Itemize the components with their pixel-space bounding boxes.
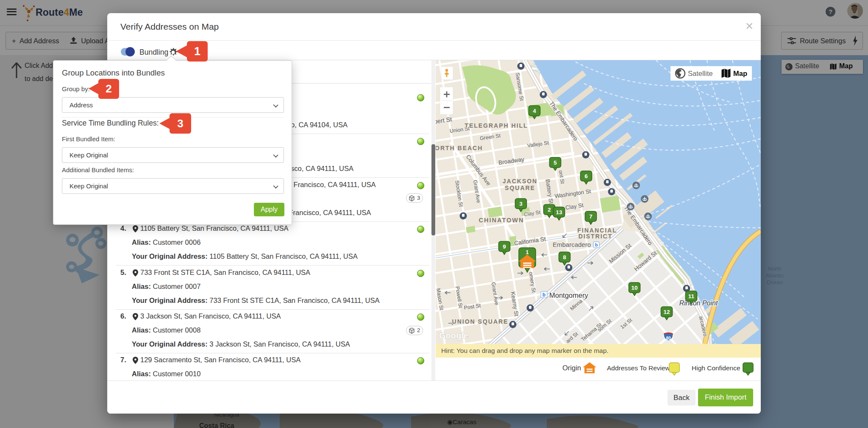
svg-text:DISTRICT: DISTRICT [579,233,613,240]
svg-text:1: 1 [526,249,529,255]
svg-text:Embarcadero: Embarcadero [553,241,591,248]
svg-text:9: 9 [503,243,506,250]
svg-text:12: 12 [663,309,670,315]
svg-text:13: 13 [556,209,562,215]
svg-text:2: 2 [548,207,551,213]
svg-text:5: 5 [554,159,557,166]
svg-text:CHINATOWN: CHINATOWN [479,217,524,224]
svg-text:3: 3 [519,201,523,207]
svg-text:11: 11 [688,293,695,299]
svg-text:Rincon Point: Rincon Point [679,299,718,307]
svg-text:Satellite: Satellite [688,70,713,77]
svg-text:TELEGRAPH HILL: TELEGRAPH HILL [465,122,528,129]
svg-text:80: 80 [666,336,671,341]
svg-text:UNION SQUARE: UNION SQUARE [452,318,509,325]
svg-text:b: b [542,292,545,298]
svg-text:8: 8 [563,254,566,260]
svg-text:Montgomery: Montgomery [549,291,588,299]
svg-text:SQUARE: SQUARE [505,185,535,191]
svg-text:ORTH BEACH: ORTH BEACH [436,145,483,151]
svg-text:4: 4 [533,108,536,114]
svg-text:Google: Google [439,331,468,340]
svg-text:6: 6 [584,173,588,179]
svg-text:Map: Map [733,70,747,77]
svg-text:10: 10 [631,285,637,291]
svg-text:JACKSON: JACKSON [503,178,537,185]
svg-text:7: 7 [589,213,593,220]
svg-text:b: b [595,242,598,247]
